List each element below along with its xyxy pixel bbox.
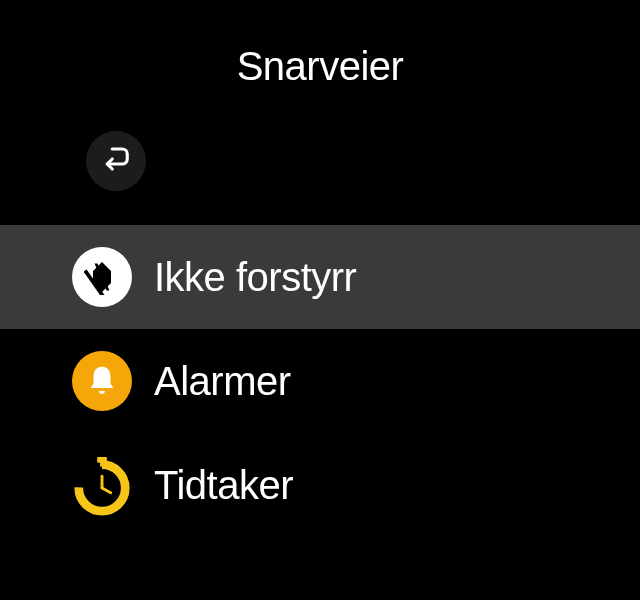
stopwatch-icon [72,455,132,515]
menu-item-dnd[interactable]: Ikke forstyrr [0,225,640,329]
menu-item-label: Ikke forstyrr [154,255,356,300]
menu-item-alarm[interactable]: Alarmer [0,329,640,433]
menu-item-timer[interactable]: Tidtaker [0,433,640,521]
menu-item-label: Alarmer [154,359,291,404]
back-row [0,119,640,225]
menu-item-label: Tidtaker [154,463,293,508]
svg-rect-4 [100,461,104,467]
bell-icon [72,351,132,411]
back-arrow-icon [101,144,131,178]
dnd-icon [72,247,132,307]
page-title: Snarveier [0,0,640,119]
back-button[interactable] [86,131,146,191]
